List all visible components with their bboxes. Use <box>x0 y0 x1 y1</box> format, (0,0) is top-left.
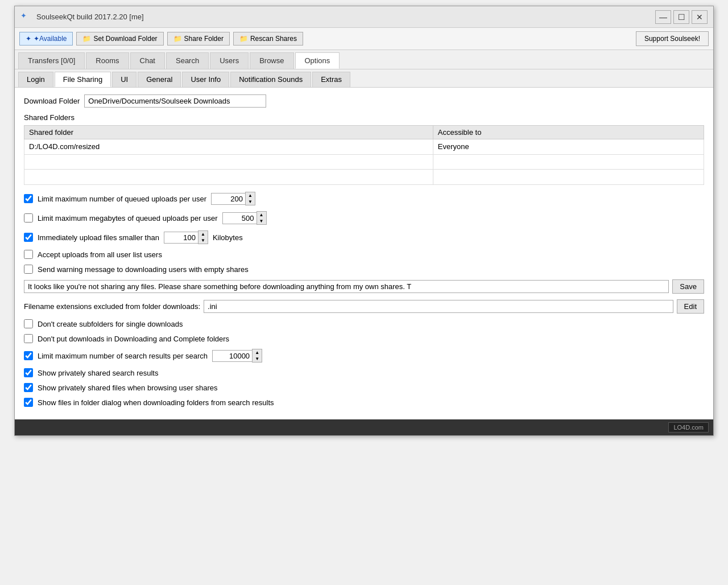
send-warning-label: Send warning message to downloading user… <box>38 265 249 274</box>
available-button[interactable]: ✦ ✦Available <box>19 32 73 46</box>
sub-tab-extras[interactable]: Extras <box>312 72 350 87</box>
settings-panel: Download Folder Shared Folders Shared fo… <box>15 88 713 419</box>
tab-browse[interactable]: Browse <box>250 52 293 69</box>
limit-search-down-btn[interactable]: ▼ <box>253 356 262 362</box>
shared-folder-access: Everyone <box>433 139 704 155</box>
warning-message-row: Save <box>24 279 704 294</box>
limit-search-spinbox: ▲ ▼ <box>212 349 262 362</box>
window-controls: — ☐ ✕ <box>655 10 708 24</box>
accept-uploads-label: Accept uploads from all user list users <box>38 250 162 259</box>
immediate-upload-checkbox[interactable] <box>24 233 33 242</box>
limit-megabytes-label: Limit maximum megabytes of queued upload… <box>38 214 218 223</box>
show-private-checkbox[interactable] <box>24 368 33 377</box>
no-complete-label: Don't put downloads in Downloading and C… <box>38 335 229 343</box>
limit-megabytes-input[interactable] <box>222 212 257 224</box>
shared-table-container: Shared folder Accessible to D:/LO4D.com/… <box>24 125 704 185</box>
extensions-label: Filename extensions excluded from folder… <box>24 302 200 311</box>
limit-queued-uploads-checkbox[interactable] <box>24 194 33 203</box>
tab-chat[interactable]: Chat <box>130 52 165 69</box>
show-folder-checkbox[interactable] <box>24 398 33 407</box>
immediate-upload-spinbox: ▲ ▼ <box>164 230 208 244</box>
toolbar: ✦ ✦Available 📁 Set Download Folder 📁 Sha… <box>15 28 713 50</box>
tab-options[interactable]: Options <box>295 52 340 69</box>
sub-tab-file-sharing[interactable]: File Sharing <box>55 72 111 87</box>
share-folder-button[interactable]: 📁 Share Folder <box>167 32 230 46</box>
tab-users[interactable]: Users <box>210 52 249 69</box>
table-row[interactable]: D:/LO4D.com/resized Everyone <box>24 139 704 155</box>
limit-search-row: Limit maximum number of search results p… <box>24 349 704 362</box>
show-private-row: Show privately shared search results <box>24 368 704 377</box>
immediate-upload-down-btn[interactable]: ▼ <box>198 237 208 244</box>
no-subfolders-row: Don't create subfolders for single downl… <box>24 319 704 328</box>
minimize-button[interactable]: — <box>655 10 671 24</box>
tab-search[interactable]: Search <box>166 52 209 69</box>
download-folder-input[interactable] <box>84 94 266 108</box>
limit-queued-uploads-spinbox: ▲ ▼ <box>211 192 255 205</box>
limit-search-label: Limit maximum number of search results p… <box>38 352 208 360</box>
limit-queued-uploads-input[interactable] <box>211 193 245 205</box>
sub-tab-user-info[interactable]: User Info <box>182 72 229 87</box>
main-tabs: Transfers [0/0] Rooms Chat Search Users … <box>15 50 713 69</box>
bottom-bar: LO4D.com <box>15 419 713 435</box>
share-icon: 📁 <box>173 35 182 43</box>
support-button[interactable]: Support Soulseek! <box>636 31 709 46</box>
limit-search-input[interactable] <box>212 350 252 362</box>
extensions-row: Filename extensions excluded from folder… <box>24 299 704 314</box>
empty-row-2 <box>24 170 704 185</box>
shared-folders-table: Shared folder Accessible to D:/LO4D.com/… <box>24 125 704 185</box>
sub-tabs: Login File Sharing UI General User Info … <box>15 69 713 88</box>
sub-tab-general[interactable]: General <box>138 72 181 87</box>
no-subfolders-label: Don't create subfolders for single downl… <box>38 320 183 328</box>
no-complete-row: Don't put downloads in Downloading and C… <box>24 334 704 343</box>
no-complete-checkbox[interactable] <box>24 334 33 343</box>
save-button[interactable]: Save <box>672 279 704 294</box>
limit-megabytes-up-btn[interactable]: ▲ <box>257 212 266 218</box>
col-shared-folder: Shared folder <box>24 126 433 139</box>
limit-queued-up-btn[interactable]: ▲ <box>246 192 255 199</box>
app-icon: ✦ <box>20 11 32 23</box>
maximize-button[interactable]: ☐ <box>673 10 689 24</box>
show-folder-label: Show files in folder dialog when downloa… <box>38 398 274 407</box>
edit-button[interactable]: Edit <box>677 299 704 314</box>
extensions-input[interactable] <box>204 300 673 313</box>
tab-rooms[interactable]: Rooms <box>86 52 129 69</box>
available-icon: ✦ <box>26 35 31 43</box>
show-private-label: Show privately shared search results <box>38 369 158 377</box>
tab-transfers[interactable]: Transfers [0/0] <box>18 52 85 69</box>
show-private-files-checkbox[interactable] <box>24 383 33 392</box>
shared-folder-path: D:/LO4D.com/resized <box>24 139 433 155</box>
rescan-shares-button[interactable]: 📁 Rescan Shares <box>233 32 303 46</box>
shared-folders-label: Shared Folders <box>24 113 704 122</box>
empty-row-1 <box>24 154 704 170</box>
limit-search-up-btn[interactable]: ▲ <box>253 349 262 356</box>
immediate-upload-input[interactable] <box>164 232 198 244</box>
no-subfolders-checkbox[interactable] <box>24 319 33 328</box>
sub-tab-notification-sounds[interactable]: Notification Sounds <box>230 72 311 87</box>
app-title: SoulseekQt build 2017.2.20 [me] <box>36 13 144 21</box>
close-button[interactable]: ✕ <box>692 10 708 24</box>
warning-message-input[interactable] <box>24 280 669 293</box>
send-warning-checkbox[interactable] <box>24 265 33 274</box>
show-private-files-label: Show privately shared files when browsin… <box>38 384 218 392</box>
download-folder-label: Download Folder <box>24 97 80 105</box>
limit-megabytes-checkbox[interactable] <box>24 213 33 223</box>
limit-queued-down-btn[interactable]: ▼ <box>246 199 255 205</box>
content-area: Login File Sharing UI General User Info … <box>15 69 713 419</box>
kilobytes-label: Kilobytes <box>213 233 243 242</box>
limit-megabytes-spinbox: ▲ ▼ <box>222 211 267 225</box>
show-folder-row: Show files in folder dialog when downloa… <box>24 398 704 407</box>
limit-megabytes-row: Limit maximum megabytes of queued upload… <box>24 211 704 225</box>
available-label: ✦Available <box>34 35 67 43</box>
immediate-upload-up-btn[interactable]: ▲ <box>198 231 208 237</box>
set-download-folder-button[interactable]: 📁 Set Download Folder <box>76 32 163 46</box>
title-bar: ✦ SoulseekQt build 2017.2.20 [me] — ☐ ✕ <box>15 6 713 28</box>
limit-megabytes-down-btn[interactable]: ▼ <box>257 218 266 224</box>
limit-search-checkbox[interactable] <box>24 351 33 360</box>
lo4d-badge: LO4D.com <box>668 422 709 432</box>
accept-uploads-checkbox[interactable] <box>24 250 33 259</box>
col-accessible-to: Accessible to <box>433 126 704 139</box>
rescan-icon: 📁 <box>239 35 248 43</box>
sub-tab-ui[interactable]: UI <box>112 72 136 87</box>
sub-tab-login[interactable]: Login <box>18 72 53 87</box>
limit-queued-uploads-row: Limit maximum number of queued uploads p… <box>24 192 704 205</box>
